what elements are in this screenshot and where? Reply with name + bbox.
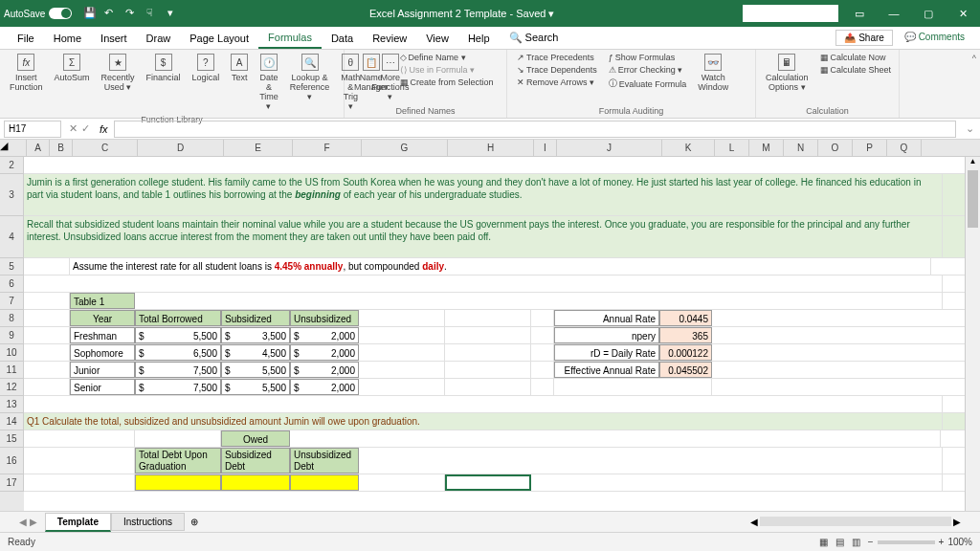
- touch-mode-icon[interactable]: ☟: [146, 7, 160, 20]
- undo-icon[interactable]: ↶: [104, 7, 118, 20]
- col-header-C[interactable]: C: [73, 140, 138, 156]
- maximize-icon[interactable]: ▢: [915, 4, 942, 23]
- add-sheet-icon[interactable]: ⊕: [190, 517, 198, 527]
- error-checking-button[interactable]: ⚠ Error Checking ▾: [605, 64, 691, 76]
- row-header-2[interactable]: 2: [0, 157, 24, 174]
- zoom-out-icon[interactable]: −: [868, 537, 874, 547]
- row-header-13[interactable]: 13: [0, 396, 24, 413]
- autosum-button[interactable]: ΣAutoSum: [51, 52, 94, 84]
- formula-input[interactable]: [114, 121, 956, 138]
- ribbon-display-icon[interactable]: ▭: [846, 4, 873, 23]
- sheet-scroll-left-icon[interactable]: ◀: [750, 517, 758, 527]
- col-header-E[interactable]: E: [224, 140, 293, 156]
- col-header-N[interactable]: N: [784, 140, 818, 156]
- row-header-6[interactable]: 6: [0, 276, 24, 293]
- menu-page-layout[interactable]: Page Layout: [180, 29, 258, 48]
- normal-view-icon[interactable]: ▦: [819, 537, 828, 547]
- row-header-14[interactable]: 14: [0, 413, 24, 430]
- expand-formula-bar-icon[interactable]: ⌄: [960, 122, 980, 135]
- menu-data[interactable]: Data: [322, 29, 363, 48]
- calculation-options-button[interactable]: 🖩Calculation Options ▾: [762, 52, 813, 94]
- zoom-slider[interactable]: [878, 540, 935, 544]
- row-header-7[interactable]: 7: [0, 293, 24, 310]
- enter-formula-icon[interactable]: ✓: [81, 122, 90, 135]
- row-header-12[interactable]: 12: [0, 379, 24, 396]
- create-from-selection-button[interactable]: ▦ Create from Selection: [396, 77, 498, 88]
- menu-view[interactable]: View: [416, 29, 458, 48]
- logical-button[interactable]: ?Logical: [189, 52, 224, 84]
- financial-button[interactable]: $Financial: [143, 52, 185, 84]
- page-layout-view-icon[interactable]: ▤: [835, 537, 844, 547]
- name-box[interactable]: H17: [4, 121, 61, 138]
- redo-icon[interactable]: ↷: [125, 7, 139, 20]
- fx-icon[interactable]: fx: [94, 123, 114, 135]
- date-time-button[interactable]: 🕐Date & Time ▾: [256, 52, 282, 113]
- show-formulas-button[interactable]: ƒ Show Formulas: [605, 52, 691, 63]
- col-header-L[interactable]: L: [715, 140, 749, 156]
- col-header-K[interactable]: K: [662, 140, 715, 156]
- share-button[interactable]: 📤 Share: [835, 30, 892, 46]
- col-header-B[interactable]: B: [50, 140, 73, 156]
- define-name-button[interactable]: ◇ Define Name ▾: [396, 52, 498, 63]
- row-header-9[interactable]: 9: [0, 327, 24, 344]
- menu-insert[interactable]: Insert: [91, 29, 137, 48]
- save-icon[interactable]: 💾: [83, 7, 97, 20]
- col-header-H[interactable]: H: [448, 140, 534, 156]
- sheet-scroll-right-icon[interactable]: ▶: [953, 517, 961, 527]
- row-header-8[interactable]: 8: [0, 310, 24, 327]
- menu-help[interactable]: Help: [458, 29, 500, 48]
- sheet-tab-template[interactable]: Template: [45, 513, 111, 532]
- comments-button[interactable]: 💬 Comments: [897, 30, 972, 46]
- row-header-5[interactable]: 5: [0, 258, 24, 276]
- row-header-17[interactable]: 17: [0, 474, 24, 492]
- close-icon[interactable]: ✕: [949, 4, 976, 23]
- cells-area[interactable]: Jumin is a first generation college stud…: [24, 157, 980, 511]
- collapse-ribbon-icon[interactable]: ^: [969, 50, 980, 118]
- total-debt-input[interactable]: [135, 474, 221, 491]
- select-all-corner[interactable]: ◢: [0, 140, 27, 156]
- evaluate-formula-button[interactable]: ⓘ Evaluate Formula: [605, 77, 691, 91]
- row-header-16[interactable]: 16: [0, 448, 24, 474]
- col-header-A[interactable]: A: [27, 140, 50, 156]
- recently-used-button[interactable]: ★Recently Used ▾: [98, 52, 139, 94]
- menu-file[interactable]: File: [8, 29, 44, 48]
- trace-precedents-button[interactable]: ↗ Trace Precedents: [513, 52, 601, 63]
- qat-more-icon[interactable]: ▾: [167, 7, 181, 20]
- watch-window-button[interactable]: 👓Watch Window: [694, 52, 732, 94]
- menu-formulas[interactable]: Formulas: [258, 28, 322, 49]
- col-header-G[interactable]: G: [362, 140, 448, 156]
- insert-function-button[interactable]: fxInsert Function: [6, 52, 47, 94]
- text-button[interactable]: AText: [227, 52, 252, 84]
- name-manager-button[interactable]: 📋Name Manager: [350, 52, 392, 94]
- col-header-I[interactable]: I: [534, 140, 557, 156]
- col-header-J[interactable]: J: [557, 140, 662, 156]
- minimize-icon[interactable]: —: [880, 4, 907, 23]
- row-header-3[interactable]: 3: [0, 174, 24, 216]
- unsubsidized-debt-input[interactable]: [290, 474, 359, 491]
- row-header-10[interactable]: 10: [0, 344, 24, 362]
- menu-draw[interactable]: Draw: [137, 29, 181, 48]
- menu-search[interactable]: 🔍 Search: [500, 28, 568, 48]
- row-header-15[interactable]: 15: [0, 430, 24, 448]
- calculate-now-button[interactable]: ▦ Calculate Now: [816, 52, 896, 63]
- row-header-4[interactable]: 4: [0, 216, 24, 258]
- remove-arrows-button[interactable]: ✕ Remove Arrows ▾: [513, 77, 601, 88]
- menu-home[interactable]: Home: [44, 29, 91, 48]
- trace-dependents-button[interactable]: ↘ Trace Dependents: [513, 64, 601, 76]
- col-header-M[interactable]: M: [749, 140, 784, 156]
- selected-cell-h17[interactable]: [445, 474, 531, 491]
- vertical-scrollbar[interactable]: ▲: [965, 157, 980, 511]
- autosave-toggle[interactable]: AutoSave: [4, 8, 72, 19]
- subsidized-debt-input[interactable]: [221, 474, 290, 491]
- cancel-formula-icon[interactable]: ✕: [69, 122, 78, 135]
- sheet-tab-instructions[interactable]: Instructions: [111, 513, 185, 531]
- zoom-level[interactable]: 100%: [947, 537, 972, 547]
- zoom-in-icon[interactable]: +: [939, 537, 945, 547]
- menu-review[interactable]: Review: [363, 29, 416, 48]
- col-header-F[interactable]: F: [293, 140, 362, 156]
- col-header-D[interactable]: D: [138, 140, 224, 156]
- col-header-P[interactable]: P: [853, 140, 887, 156]
- col-header-Q[interactable]: Q: [887, 140, 922, 156]
- row-header-11[interactable]: 11: [0, 362, 24, 379]
- page-break-view-icon[interactable]: ▥: [852, 537, 860, 547]
